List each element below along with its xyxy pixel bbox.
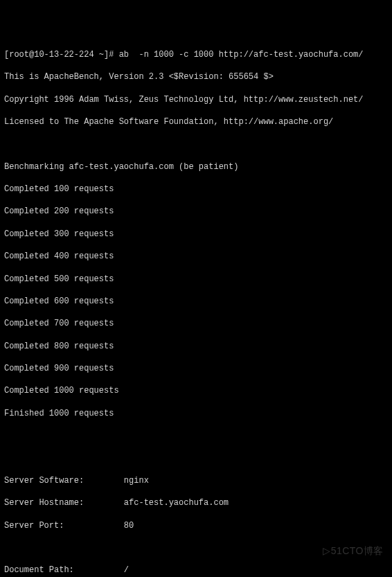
command-prompt[interactable]: [root@10-13-22-224 ~]# ab -n 1000 -c 100… (4, 49, 388, 60)
progress-line: Completed 800 requests (4, 341, 388, 352)
progress-line: Completed 600 requests (4, 296, 388, 307)
label: Server Port: (4, 521, 64, 531)
progress-line: Completed 900 requests (4, 363, 388, 374)
watermark: ▷51CTO博客 (323, 544, 384, 558)
document-path: Document Path: / (4, 565, 388, 576)
progress-line: Completed 300 requests (4, 229, 388, 240)
label: Server Software: (4, 476, 84, 486)
label: Document Path: (4, 565, 74, 575)
progress-line: Finished 1000 requests (4, 408, 388, 419)
header-line: This is ApacheBench, Version 2.3 <$Revis… (4, 71, 388, 82)
value: afc-test.yaochufa.com (124, 498, 229, 508)
benchmark-title: Benchmarking afc-test.yaochufa.com (be p… (4, 161, 388, 172)
value: / (124, 565, 129, 575)
label: Server Hostname: (4, 498, 84, 508)
progress-line: Completed 1000 requests (4, 385, 388, 396)
prompt-user: [root@10-13-22-224 ~]# (4, 50, 114, 60)
blank-line (4, 430, 388, 441)
progress-line: Completed 700 requests (4, 318, 388, 329)
command-text: ab -n 1000 -c 1000 http://afc-test.yaoch… (119, 50, 364, 60)
header-line: Licensed to The Apache Software Foundati… (4, 116, 388, 127)
blank-line (4, 453, 388, 464)
progress-line: Completed 500 requests (4, 274, 388, 285)
header-line: Copyright 1996 Adam Twiss, Zeus Technolo… (4, 94, 388, 105)
server-hostname: Server Hostname: afc-test.yaochufa.com (4, 497, 388, 508)
progress-line: Completed 100 requests (4, 184, 388, 195)
server-software: Server Software: nginx (4, 475, 388, 486)
server-port: Server Port: 80 (4, 520, 388, 531)
value: nginx (124, 476, 149, 486)
value: 80 (124, 521, 134, 531)
blank-line (4, 139, 388, 150)
progress-line: Completed 200 requests (4, 206, 388, 217)
progress-line: Completed 400 requests (4, 251, 388, 262)
